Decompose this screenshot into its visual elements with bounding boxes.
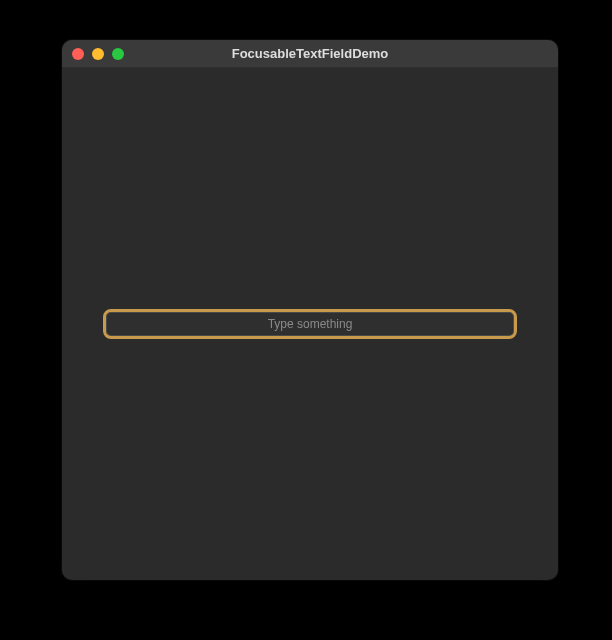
- close-icon[interactable]: [72, 48, 84, 60]
- window-controls: [62, 48, 124, 60]
- window-title: FocusableTextFieldDemo: [62, 46, 558, 61]
- main-text-input[interactable]: [106, 312, 514, 336]
- content-area: [62, 68, 558, 580]
- titlebar[interactable]: FocusableTextFieldDemo: [62, 40, 558, 68]
- text-field-wrapper: [106, 312, 514, 336]
- app-window: FocusableTextFieldDemo: [62, 40, 558, 580]
- minimize-icon[interactable]: [92, 48, 104, 60]
- maximize-icon[interactable]: [112, 48, 124, 60]
